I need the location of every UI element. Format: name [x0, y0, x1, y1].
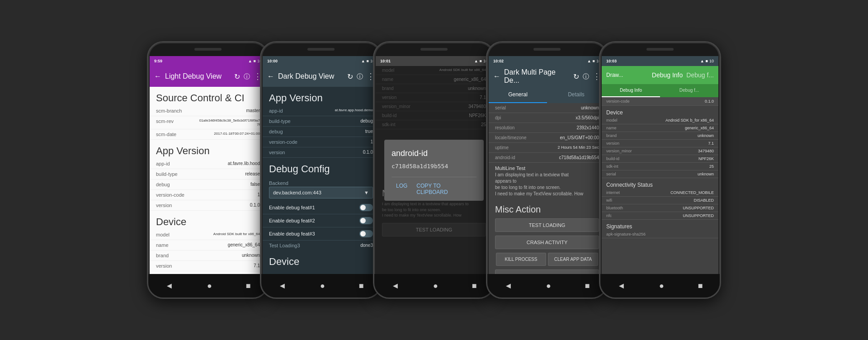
key-wifi-5: wifi — [606, 198, 612, 203]
clear-app-data-btn[interactable]: CLEAR APP DATA — [548, 253, 598, 266]
recent-nav-btn-5[interactable]: ■ — [698, 281, 703, 291]
row-resolution-4: resolution 2392x1440 — [489, 123, 605, 133]
back-nav-btn[interactable]: ◄ — [165, 281, 173, 291]
key-scm-rev: scm-rev — [156, 118, 174, 127]
val-version-num: 7.1 — [254, 263, 260, 269]
val-dpi-4: x3.5/560dpi — [576, 115, 599, 120]
tab-debug-f[interactable]: Debug f... — [660, 84, 718, 97]
key-internet-5: internet — [606, 190, 620, 195]
copy-to-clipboard-button[interactable]: COPY TO CLIPBOARD — [412, 177, 476, 201]
key-serial-4: serial — [495, 105, 506, 110]
val-scm-date: 2017-01-18T00:07:24+01:00 — [214, 132, 260, 137]
kill-process-btn-4b[interactable]: KILL PROCESS — [495, 269, 599, 274]
section-app-version-2: App Version app-id at.favre.app.hood.dem… — [263, 87, 379, 158]
back-nav-btn-5[interactable]: ◄ — [617, 281, 625, 291]
kill-process-btn-4[interactable]: KILL PROCESS — [496, 253, 546, 266]
key-model-5: model — [606, 118, 618, 123]
row-scm-date: scm-date 2017-01-18T00:07:24+01:00 — [150, 129, 266, 140]
version-code-row: version-code 0.1.0 — [602, 97, 718, 106]
val-model: Android SDK built for x86_64 — [213, 232, 260, 237]
section-source-control: Source Control & CI scm-branch master sc… — [150, 87, 266, 140]
log-button[interactable]: LOG — [392, 177, 412, 201]
tab-general[interactable]: General — [489, 87, 547, 103]
row-version-minor-5: version_minor 3479480 — [602, 147, 718, 155]
key-debug: debug — [156, 182, 170, 187]
row-model-1: model Android SDK built for x86_64 — [150, 230, 266, 240]
key-android-id-4: android-id — [495, 155, 515, 160]
phone-1-title: Light Debug View — [165, 72, 231, 80]
section-app-version-1: App Version app-id at.favre.lib.hood bui… — [150, 140, 266, 211]
home-nav-btn-3[interactable]: ● — [433, 281, 438, 291]
info-button[interactable] — [244, 72, 250, 81]
home-nav-btn-2[interactable]: ● — [320, 281, 325, 291]
val-scm-rev: 01afe346f458c9c38_5e6cb0f71f8f9a77f — [198, 118, 260, 127]
recent-nav-btn-2[interactable]: ■ — [359, 281, 364, 291]
val-name: generic_x86_64 — [228, 242, 260, 248]
back-nav-btn-3[interactable]: ◄ — [391, 281, 399, 291]
toggle-switch-3[interactable] — [359, 230, 373, 237]
home-nav-btn-4[interactable]: ● — [546, 281, 551, 291]
toggle-switch-2[interactable] — [359, 217, 373, 224]
phone-2-time: 10:00 — [267, 59, 278, 63]
key-app-id: app-id — [156, 161, 170, 166]
back-button-4[interactable] — [493, 72, 500, 80]
key-bluetooth-5: bluetooth — [606, 206, 623, 210]
signal-icon-2: ▲ — [361, 59, 365, 63]
info-button-4[interactable] — [583, 72, 589, 81]
key-uptime-4: uptime — [495, 145, 509, 150]
toggle-label-2: Enable debug feat#2 — [269, 218, 315, 223]
phone-3-nav-bar: ◄ ● ■ — [374, 274, 494, 298]
refresh-button-4[interactable] — [573, 72, 579, 81]
key-build-type-2: build-type — [269, 118, 291, 124]
key-scm-branch: scm-branch — [156, 108, 182, 113]
battery-level-5: 10 — [709, 59, 714, 63]
backend-select[interactable]: dev.backend.com:443 ▼ — [269, 187, 373, 198]
recent-nav-btn-4[interactable]: ■ — [585, 281, 590, 291]
phone-2-app-bar: Dark Debug View — [263, 66, 379, 87]
val-model-5: Android SDK b_for x86_64 — [665, 118, 714, 123]
row-app-id-1: app-id at.favre.lib.hood — [150, 159, 266, 169]
home-nav-btn-5[interactable]: ● — [659, 281, 664, 291]
phone-4-nav-bar: ◄ ● ■ — [487, 274, 607, 298]
section-title-app-version-2: App Version — [263, 87, 379, 106]
refresh-button-2[interactable] — [347, 72, 353, 81]
row-apk-sig-5: apk-signature-sha256 — [602, 231, 718, 238]
crash-activity-btn[interactable]: CRASH ACTIVITY — [495, 236, 599, 249]
val-version: 0.1.0 — [250, 203, 260, 208]
phone-5-status-bar: 10:03 ▲ ■ 10 — [602, 56, 718, 66]
row-serial-5: serial unknown — [602, 170, 718, 178]
phone-1-time: 9:59 — [154, 59, 162, 63]
refresh-button[interactable] — [234, 72, 240, 81]
back-button[interactable] — [154, 72, 161, 80]
val-version-5: 7.1 — [708, 141, 714, 146]
key-name-5: name — [606, 126, 617, 130]
phone-4-app-bar: Dark Multi Page De... — [489, 66, 605, 87]
info-button-2[interactable] — [357, 72, 363, 81]
backend-label: Backend — [263, 177, 379, 187]
dialog-overlay: android-id c718d58a1d19b554 LOG COPY TO … — [376, 66, 492, 274]
tab-details[interactable]: Details — [547, 87, 605, 103]
phone-2-nav-bar: ◄ ● ■ — [261, 274, 381, 298]
battery-icon-3: ■ — [480, 59, 482, 63]
toggle-switch-1[interactable] — [359, 204, 373, 211]
key-version-minor-5: version_minor — [606, 149, 632, 153]
test-loading-btn-4[interactable]: TEST LOADING — [495, 218, 599, 232]
recent-nav-btn-3[interactable]: ■ — [472, 281, 477, 291]
dropdown-arrow-icon: ▼ — [364, 190, 369, 195]
section-title-app-version: App Version — [150, 140, 266, 159]
phone-4-title: Dark Multi Page De... — [504, 68, 570, 85]
row-nfc-5: nfc UNSUPPORTED — [602, 212, 718, 220]
row-debug-2: debug true — [263, 127, 379, 137]
recent-nav-btn[interactable]: ■ — [246, 281, 251, 291]
val-locale-4: en_US/GMT+00:00 — [560, 135, 599, 140]
key-build-id-5: build-id — [606, 156, 619, 161]
tab-debug-info[interactable]: Debug Info — [602, 84, 660, 97]
toggle-row-2: Enable debug feat#2 — [263, 214, 379, 227]
home-nav-btn[interactable]: ● — [207, 281, 212, 291]
back-nav-btn-4[interactable]: ◄ — [504, 281, 512, 291]
back-button-2[interactable] — [267, 72, 274, 80]
phone-1-status-bar: 9:59 ▲ ■ 10 — [150, 56, 266, 66]
dialog-text: c718d58a1d19b554 — [392, 163, 476, 170]
debug-f-tab-label: Debug f... — [686, 71, 714, 79]
back-nav-btn-2[interactable]: ◄ — [278, 281, 286, 291]
